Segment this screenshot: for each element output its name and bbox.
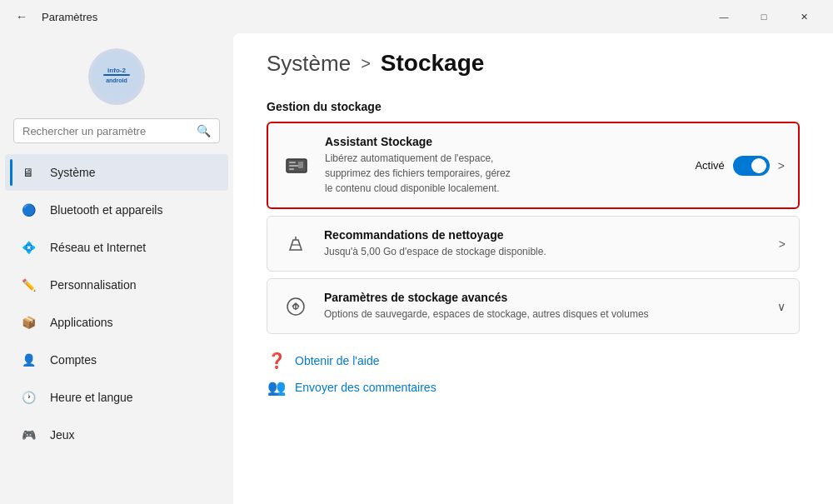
page-title: Stockage xyxy=(381,50,485,77)
assistant-stockage-right: Activé> xyxy=(695,156,785,176)
titlebar-title: Paramètres xyxy=(42,11,97,23)
sidebar-item-label-bluetooth: Bluetooth et appareils xyxy=(50,203,162,217)
recommandations-nettoyage-right: > xyxy=(779,237,786,251)
search-icon[interactable]: 🔍 xyxy=(197,124,211,137)
sidebar-item-label-reseau: Réseau et Internet xyxy=(50,241,146,254)
svg-text:android: android xyxy=(106,77,127,83)
main-layout: info-2 android 🔍 🖥Système🔵Bluetooth et a… xyxy=(0,33,833,504)
assistant-stockage-title: Assistant Stockage xyxy=(325,135,681,148)
parametres-avances-desc: Options de sauvegarde, espaces de stocka… xyxy=(324,307,764,322)
heure-icon: 🕐 xyxy=(18,387,38,407)
sidebar-item-label-heure: Heure et langue xyxy=(50,391,133,404)
applications-icon: 📦 xyxy=(18,312,38,332)
recommandations-nettoyage-title: Recommandations de nettoyage xyxy=(324,228,766,242)
page-header: Système > Stockage xyxy=(267,50,800,77)
assistant-stockage-icon xyxy=(282,151,312,181)
reseau-icon: 💠 xyxy=(18,237,38,257)
parametres-avances-right: ∨ xyxy=(777,300,786,313)
systeme-icon: 🖥 xyxy=(18,162,38,182)
sidebar-item-applications[interactable]: 📦Applications xyxy=(5,304,228,341)
svg-rect-8 xyxy=(298,162,303,168)
link-obtenir-aide[interactable]: ❓Obtenir de l'aide xyxy=(267,351,800,371)
bluetooth-icon: 🔵 xyxy=(18,200,38,220)
sidebar-item-label-personnalisation: Personnalisation xyxy=(50,278,137,292)
assistant-stockage-toggle[interactable] xyxy=(733,156,770,176)
avatar-logo: info-2 android xyxy=(92,51,142,103)
recommandations-nettoyage-chevron: > xyxy=(779,237,786,251)
parametres-avances-chevron: ∨ xyxy=(777,300,786,313)
sidebar-item-jeux[interactable]: 🎮Jeux xyxy=(5,417,228,453)
card-assistant-stockage[interactable]: Assistant StockageLibérez automatiquemen… xyxy=(267,122,800,209)
assistant-stockage-chevron: > xyxy=(778,159,785,172)
card-inner-recommandations-nettoyage: Recommandations de nettoyageJusqu'à 5,00… xyxy=(267,217,799,271)
parametres-avances-title: Paramètres de stockage avancés xyxy=(324,291,764,304)
svg-text:info-2: info-2 xyxy=(107,67,126,74)
sidebar-item-label-systeme: Système xyxy=(50,166,95,179)
card-inner-parametres-avances: Paramètres de stockage avancésOptions de… xyxy=(267,279,799,333)
sidebar-item-reseau[interactable]: 💠Réseau et Internet xyxy=(5,229,228,266)
minimize-button[interactable]: — xyxy=(705,3,743,30)
titlebar-left: ← Paramètres xyxy=(10,5,97,28)
parametres-avances-icon xyxy=(281,292,311,322)
avatar: info-2 android xyxy=(88,48,145,105)
assistant-stockage-status: Activé xyxy=(695,159,724,172)
sidebar: info-2 android 🔍 🖥Système🔵Bluetooth et a… xyxy=(0,33,233,504)
envoyer-commentaires-icon: 👥 xyxy=(267,377,287,397)
sidebar-avatar: info-2 android xyxy=(0,48,233,105)
recommandations-nettoyage-icon xyxy=(281,229,311,259)
search-box[interactable]: 🔍 xyxy=(13,118,220,143)
jeux-icon: 🎮 xyxy=(18,425,38,445)
sidebar-item-comptes[interactable]: 👤Comptes xyxy=(5,342,228,378)
sidebar-item-heure[interactable]: 🕐Heure et langue xyxy=(5,379,228,416)
sidebar-item-personnalisation[interactable]: ✏️Personnalisation xyxy=(5,267,228,303)
sidebar-item-systeme[interactable]: 🖥Système xyxy=(5,154,228,191)
svg-rect-6 xyxy=(289,165,299,167)
sidebar-item-label-jeux: Jeux xyxy=(50,428,75,442)
breadcrumb-arrow: > xyxy=(361,54,371,73)
envoyer-commentaires-label: Envoyer des commentaires xyxy=(295,381,436,394)
card-parametres-avances[interactable]: Paramètres de stockage avancésOptions de… xyxy=(267,278,800,334)
titlebar: ← Paramètres — □ ✕ xyxy=(0,0,833,33)
obtenir-aide-icon: ❓ xyxy=(267,351,287,371)
assistant-stockage-toggle-thumb xyxy=(751,158,766,173)
cards-container: Assistant StockageLibérez automatiquemen… xyxy=(267,122,800,334)
back-button[interactable]: ← xyxy=(10,5,33,28)
svg-rect-3 xyxy=(103,74,130,76)
parametres-avances-text: Paramètres de stockage avancésOptions de… xyxy=(324,291,764,322)
sidebar-item-label-comptes: Comptes xyxy=(50,353,97,367)
section-label: Gestion du stockage xyxy=(267,100,800,113)
links-section: ❓Obtenir de l'aide👥Envoyer des commentai… xyxy=(267,351,800,397)
obtenir-aide-label: Obtenir de l'aide xyxy=(295,354,380,367)
svg-rect-7 xyxy=(289,168,294,170)
comptes-icon: 👤 xyxy=(18,350,38,370)
settings-window: ← Paramètres — □ ✕ info-2 android xyxy=(0,0,833,504)
card-inner-assistant-stockage: Assistant StockageLibérez automatiquemen… xyxy=(268,123,798,207)
maximize-button[interactable]: □ xyxy=(745,3,783,30)
breadcrumb-system: Système xyxy=(267,51,351,77)
search-input[interactable] xyxy=(22,125,190,137)
sidebar-item-bluetooth[interactable]: 🔵Bluetooth et appareils xyxy=(5,192,228,228)
link-envoyer-commentaires[interactable]: 👥Envoyer des commentaires xyxy=(267,377,800,397)
personnalisation-icon: ✏️ xyxy=(18,275,38,295)
sidebar-item-label-applications: Applications xyxy=(50,316,113,329)
titlebar-controls: — □ ✕ xyxy=(705,3,823,30)
assistant-stockage-text: Assistant StockageLibérez automatiquemen… xyxy=(325,135,681,196)
recommandations-nettoyage-desc: Jusqu'à 5,00 Go d'espace de stockage dis… xyxy=(324,244,766,259)
nav-list: 🖥Système🔵Bluetooth et appareils💠Réseau e… xyxy=(0,153,233,454)
recommandations-nettoyage-text: Recommandations de nettoyageJusqu'à 5,00… xyxy=(324,228,766,259)
svg-rect-5 xyxy=(289,162,296,163)
card-recommandations-nettoyage[interactable]: Recommandations de nettoyageJusqu'à 5,00… xyxy=(267,216,800,272)
content-area: Système > Stockage Gestion du stockage A… xyxy=(233,33,833,504)
assistant-stockage-desc: Libérez automatiquement de l'espace,supp… xyxy=(325,151,681,196)
close-button[interactable]: ✕ xyxy=(785,3,823,30)
